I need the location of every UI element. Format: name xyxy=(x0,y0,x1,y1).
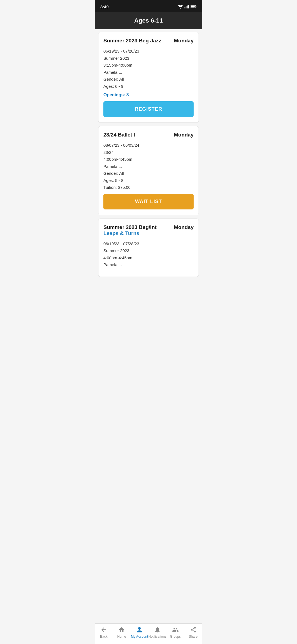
svg-rect-0 xyxy=(185,7,185,9)
card-2-day: Monday xyxy=(174,132,194,138)
signal-icon xyxy=(185,5,189,9)
svg-rect-1 xyxy=(186,6,186,8)
waitlist-button-2[interactable]: WAIT LIST xyxy=(103,194,194,209)
card-2-tuition: Tuition: $75.00 xyxy=(103,185,131,190)
card-3-instructor: Pamela L. xyxy=(103,262,122,267)
card-2-instructor: Pamela L. xyxy=(103,164,122,169)
card-1-daterange: 06/19/23 - 07/28/23 xyxy=(103,49,139,53)
content-area: Summer 2023 Beg Jazz Monday 06/19/23 - 0… xyxy=(95,29,202,305)
page-header: Ages 6-11 xyxy=(95,12,202,29)
svg-rect-3 xyxy=(188,5,189,9)
svg-rect-5 xyxy=(196,6,196,7)
card-1-openings: Openings: 8 xyxy=(103,92,194,97)
card-1-time: 3:15pm-4:00pm xyxy=(103,63,132,67)
card-2-daterange: 08/07/23 - 06/03/24 xyxy=(103,143,139,148)
card-2-ages: Ages: 5 - 8 xyxy=(103,178,123,183)
card-3-day: Monday xyxy=(174,224,194,230)
card-1-ages: Ages: 6 - 9 xyxy=(103,84,123,89)
card-3-time: 4:00pm-4:45pm xyxy=(103,255,132,260)
card-2-details: 08/07/23 - 06/03/24 23/24 4:00pm-4:45pm … xyxy=(103,142,194,191)
card-3-daterange: 06/19/23 - 07/28/23 xyxy=(103,241,139,246)
card-3-name: Summer 2023 Beg/Int Leaps & Turns xyxy=(103,224,171,236)
card-2-time: 4:00pm-4:45pm xyxy=(103,157,132,162)
wifi-icon xyxy=(178,5,183,9)
card-1-instructor: Pamela L. xyxy=(103,70,122,75)
class-card-3: Summer 2023 Beg/Int Leaps & Turns Monday… xyxy=(98,219,199,277)
card-1-details: 06/19/23 - 07/28/23 Summer 2023 3:15pm-4… xyxy=(103,48,194,90)
battery-icon xyxy=(191,5,197,8)
card-1-day: Monday xyxy=(174,38,194,44)
card-1-name: Summer 2023 Beg Jazz xyxy=(103,38,171,44)
class-card-2: 23/24 Ballet I Monday 08/07/23 - 06/03/2… xyxy=(98,126,199,215)
card-3-header: Summer 2023 Beg/Int Leaps & Turns Monday xyxy=(103,224,194,236)
register-button-1[interactable]: REGISTER xyxy=(103,101,194,117)
card-2-gender: Gender: All xyxy=(103,171,124,176)
class-card-1: Summer 2023 Beg Jazz Monday 06/19/23 - 0… xyxy=(98,32,199,123)
status-icons xyxy=(178,5,197,9)
page-title: Ages 6-11 xyxy=(99,17,198,24)
card-2-name: 23/24 Ballet I xyxy=(103,132,171,138)
card-1-header: Summer 2023 Beg Jazz Monday xyxy=(103,38,194,44)
status-bar: 8:49 xyxy=(95,0,202,12)
card-3-details: 06/19/23 - 07/28/23 Summer 2023 4:00pm-4… xyxy=(103,240,194,268)
status-time: 8:49 xyxy=(100,4,109,9)
svg-rect-6 xyxy=(191,6,195,8)
card-1-gender: Gender: All xyxy=(103,77,124,81)
card-1-season: Summer 2023 xyxy=(103,56,129,61)
svg-rect-2 xyxy=(187,6,188,8)
card-2-header: 23/24 Ballet I Monday xyxy=(103,132,194,138)
card-3-name-sub: Leaps & Turns xyxy=(103,230,171,236)
card-3-season: Summer 2023 xyxy=(103,248,129,253)
card-2-season: 23/24 xyxy=(103,150,114,155)
